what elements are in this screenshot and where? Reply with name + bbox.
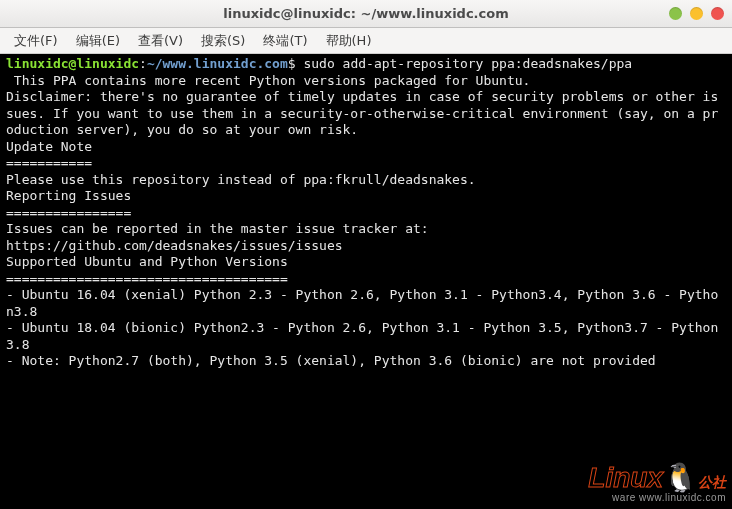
titlebar: linuxidc@linuxidc: ~/www.linuxidc.com	[0, 0, 732, 28]
menu-terminal[interactable]: 终端(T)	[255, 29, 315, 53]
maximize-button[interactable]	[690, 7, 703, 20]
output-line: ================	[6, 205, 726, 222]
output-line: Supported Ubuntu and Python Versions	[6, 254, 726, 271]
close-button[interactable]	[711, 7, 724, 20]
menu-file[interactable]: 文件(F)	[6, 29, 66, 53]
prompt-sep2: $	[288, 56, 304, 71]
output-line: https://github.com/deadsnakes/issues/iss…	[6, 238, 726, 255]
output-line: Reporting Issues	[6, 188, 726, 205]
prompt-user-host: linuxidc@linuxidc	[6, 56, 139, 71]
output-line: - Note: Python2.7 (both), Python 3.5 (xe…	[6, 353, 726, 370]
output-line: Disclaimer: there's no guarantee of time…	[6, 89, 726, 139]
output-line: ===========	[6, 155, 726, 172]
menu-help[interactable]: 帮助(H)	[318, 29, 380, 53]
prompt-sep1: :	[139, 56, 147, 71]
output-line: Issues can be reported in the master iss…	[6, 221, 726, 238]
menu-view[interactable]: 查看(V)	[130, 29, 191, 53]
output-line: This PPA contains more recent Python ver…	[6, 73, 726, 90]
output-line: Update Note	[6, 139, 726, 156]
prompt-path: ~/www.linuxidc.com	[147, 56, 288, 71]
output-line: ====================================	[6, 271, 726, 288]
terminal-area[interactable]: linuxidc@linuxidc:~/www.linuxidc.com$ su…	[0, 54, 732, 509]
window-title: linuxidc@linuxidc: ~/www.linuxidc.com	[223, 6, 508, 21]
window-controls	[669, 7, 724, 20]
command-text: sudo add-apt-repository ppa:deadsnakes/p…	[303, 56, 632, 71]
menu-edit[interactable]: 编辑(E)	[68, 29, 128, 53]
output-line: - Ubuntu 18.04 (bionic) Python2.3 - Pyth…	[6, 320, 726, 353]
menubar: 文件(F) 编辑(E) 查看(V) 搜索(S) 终端(T) 帮助(H)	[0, 28, 732, 54]
output-line: - Ubuntu 16.04 (xenial) Python 2.3 - Pyt…	[6, 287, 726, 320]
minimize-button[interactable]	[669, 7, 682, 20]
prompt-line: linuxidc@linuxidc:~/www.linuxidc.com$ su…	[6, 56, 726, 73]
output-line: Please use this repository instead of pp…	[6, 172, 726, 189]
menu-search[interactable]: 搜索(S)	[193, 29, 253, 53]
